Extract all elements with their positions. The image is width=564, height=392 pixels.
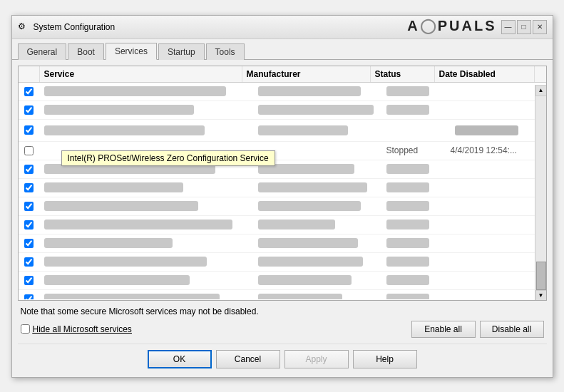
system-config-window: ⚙ System Configuration A◯PUALS — □ ✕ Gen… (11, 15, 553, 378)
scroll-thumb[interactable] (536, 262, 546, 290)
row-checkbox-cell[interactable] (19, 145, 40, 157)
hide-microsoft-text: Hide all Microsoft services (33, 324, 132, 334)
status-blurred (386, 294, 429, 299)
manufacturer-blurred (258, 238, 358, 248)
apply-button[interactable]: Apply (284, 350, 349, 368)
table-row (19, 83, 546, 101)
appuals-logo: A◯PUALS (407, 17, 496, 34)
row-checkbox-cell[interactable] (19, 200, 40, 212)
row-checkbox[interactable] (24, 165, 34, 174)
row-checkbox[interactable] (24, 202, 34, 211)
row-checkbox[interactable] (24, 183, 34, 192)
bottom-section: Note that some secure Microsoft services… (18, 301, 547, 341)
ok-button[interactable]: OK (148, 350, 212, 368)
vertical-scrollbar[interactable]: ▲ ▼ (535, 85, 546, 301)
scroll-down-button[interactable]: ▼ (535, 290, 547, 301)
service-date: 4/4/2019 12:54:... (446, 144, 546, 157)
window-icon: ⚙ (18, 21, 29, 33)
service-name-blurred (44, 238, 173, 248)
row-checkbox-cell[interactable] (19, 86, 40, 98)
hide-microsoft-checkbox[interactable] (21, 324, 30, 334)
row-checkbox[interactable] (24, 294, 34, 299)
col-checkbox (19, 66, 40, 82)
status-blurred (386, 164, 429, 174)
row-checkbox[interactable] (24, 105, 34, 115)
window-title: System Configuration (34, 22, 116, 32)
tab-services[interactable]: Services (106, 43, 157, 60)
main-content: Service Manufacturer Status Date Disable… (12, 59, 553, 377)
title-bar-buttons: — □ ✕ (501, 20, 547, 34)
bottom-controls: Hide all Microsoft services Enable all D… (21, 321, 544, 338)
service-name-blurred (44, 105, 194, 115)
service-name-blurred (44, 220, 232, 229)
row-checkbox[interactable] (24, 257, 34, 267)
service-name-blurred (44, 275, 190, 285)
tab-startup[interactable]: Startup (158, 43, 205, 60)
scroll-track[interactable] (535, 96, 546, 290)
disable-all-button[interactable]: Disable all (480, 321, 544, 338)
col-manufacturer: Manufacturer (242, 66, 371, 82)
row-checkbox[interactable] (24, 146, 34, 155)
close-button[interactable]: ✕ (533, 20, 547, 34)
row-checkbox-cell[interactable] (19, 124, 40, 136)
services-table: Service Manufacturer Status Date Disable… (18, 66, 547, 301)
manufacturer-blurred (258, 105, 374, 115)
manufacturer-blurred (258, 220, 335, 229)
table-row (19, 120, 546, 142)
status-blurred (386, 86, 429, 96)
title-bar-left: ⚙ System Configuration (18, 21, 116, 33)
manufacturer-blurred (258, 275, 352, 285)
service-name-blurred (44, 201, 198, 211)
service-name-blurred (44, 86, 226, 96)
maximize-button[interactable]: □ (517, 20, 531, 34)
date-blurred (455, 125, 519, 135)
manufacturer-blurred (258, 294, 343, 299)
status-blurred (386, 201, 429, 211)
table-body: Intel(R) PROSet/Wireless Zero Configurat… (19, 83, 546, 299)
scroll-up-button[interactable]: ▲ (535, 85, 547, 96)
tab-tools[interactable]: Tools (206, 43, 245, 60)
note-text: Note that some secure Microsoft services… (21, 306, 544, 316)
service-name-blurred (44, 294, 220, 299)
table-row (19, 179, 546, 197)
row-checkbox[interactable] (24, 125, 34, 135)
table-row (19, 253, 546, 272)
status-blurred (386, 275, 429, 285)
service-status: Stopped (382, 144, 446, 157)
row-checkbox[interactable] (24, 239, 34, 248)
table-header: Service Manufacturer Status Date Disable… (19, 66, 546, 83)
col-scroll (535, 66, 546, 82)
dialog-buttons: OK Cancel Apply Help (18, 344, 547, 371)
minimize-button[interactable]: — (501, 20, 516, 34)
tab-boot[interactable]: Boot (68, 43, 104, 60)
row-checkbox-cell[interactable] (19, 182, 40, 194)
col-status: Status (371, 66, 435, 82)
manufacturer-blurred (258, 182, 367, 192)
status-blurred (386, 220, 429, 229)
row-checkbox[interactable] (24, 87, 34, 96)
row-checkbox-cell[interactable] (19, 256, 40, 268)
row-checkbox[interactable] (24, 276, 34, 285)
table-row (19, 216, 546, 234)
row-checkbox-cell[interactable] (19, 237, 40, 249)
table-row (19, 101, 546, 120)
col-service: Service (40, 66, 242, 82)
service-name-blurred (44, 125, 205, 135)
help-button[interactable]: Help (353, 350, 417, 368)
row-checkbox-cell[interactable] (19, 104, 40, 116)
tab-general[interactable]: General (18, 43, 67, 60)
row-checkbox-cell[interactable] (19, 293, 40, 299)
status-blurred (386, 257, 429, 267)
row-checkbox-cell[interactable] (19, 274, 40, 287)
row-checkbox[interactable] (24, 220, 34, 229)
enable-all-button[interactable]: Enable all (411, 321, 476, 338)
title-bar: ⚙ System Configuration A◯PUALS — □ ✕ (12, 16, 553, 39)
table-row (19, 234, 546, 253)
hide-microsoft-label[interactable]: Hide all Microsoft services (21, 324, 132, 334)
service-tooltip: Intel(R) PROSet/Wireless Zero Configurat… (61, 150, 275, 166)
row-checkbox-cell[interactable] (19, 219, 40, 231)
cancel-button[interactable]: Cancel (216, 350, 280, 368)
manufacturer-blurred (258, 257, 364, 267)
enable-disable-buttons: Enable all Disable all (411, 321, 544, 338)
row-checkbox-cell[interactable] (19, 163, 40, 175)
